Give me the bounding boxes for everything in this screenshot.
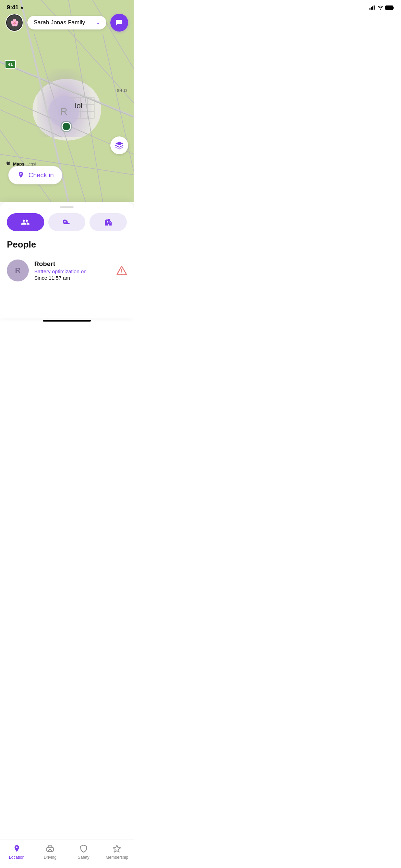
bottom-spacer [7, 284, 127, 318]
avatar-icon: 🌸 [7, 15, 22, 30]
tab-places[interactable] [89, 213, 127, 231]
map-container[interactable]: 41 SH-13 R lol 🌸 Sarah Jonas Family ⌄ [0, 0, 134, 202]
svg-point-29 [119, 22, 120, 22]
status-bar: 9:41 [0, 0, 134, 12]
bottom-sheet: People R Robert Battery optimization on … [0, 202, 134, 318]
map-layers-button[interactable] [110, 136, 128, 154]
person-avatar-robert: R [7, 260, 29, 281]
sh-sign: SH-13 [117, 88, 127, 93]
svg-point-28 [118, 22, 119, 22]
highway-sign-41: 41 [5, 60, 16, 69]
keys-icon [62, 218, 71, 227]
svg-point-32 [121, 273, 122, 274]
chevron-down-icon: ⌄ [96, 20, 100, 25]
chat-button[interactable] [110, 14, 128, 32]
home-indicator [43, 320, 91, 322]
chat-bubble-icon [115, 19, 123, 27]
pin-marker [62, 122, 71, 131]
person-name: Robert [34, 260, 111, 268]
family-selector-button[interactable]: Sarah Jonas Family ⌄ [27, 16, 106, 29]
drag-handle[interactable] [60, 206, 74, 208]
profile-avatar-button[interactable]: 🌸 [5, 14, 23, 32]
tab-pills-container [7, 213, 127, 231]
checkin-pin-icon [17, 171, 25, 179]
person-row-robert[interactable]: R Robert Battery optimization on Since 1… [7, 257, 127, 284]
people-icon [21, 218, 30, 227]
family-name-label: Sarah Jonas Family [34, 19, 85, 26]
checkin-button[interactable]: Check in [8, 166, 62, 184]
warning-icon [117, 265, 127, 276]
location-pin [62, 122, 71, 131]
layers-icon [115, 141, 124, 150]
buildings-icon [104, 218, 113, 227]
checkin-label: Check in [28, 171, 54, 179]
apple-icon [5, 161, 11, 167]
location-arrow-icon [20, 5, 24, 10]
person-battery-status: Battery optimization on [34, 268, 111, 274]
svg-point-30 [120, 22, 121, 22]
person-info-robert: Robert Battery optimization on Since 11:… [34, 260, 111, 281]
person-since-label: Since 11:57 am [34, 275, 111, 281]
map-place-label: lol [75, 101, 82, 110]
map-header: 🌸 Sarah Jonas Family ⌄ [0, 14, 134, 32]
status-time: 9:41 [7, 4, 24, 11]
tab-people[interactable] [7, 213, 44, 231]
section-title: People [7, 239, 127, 250]
tab-keys[interactable] [48, 213, 86, 231]
